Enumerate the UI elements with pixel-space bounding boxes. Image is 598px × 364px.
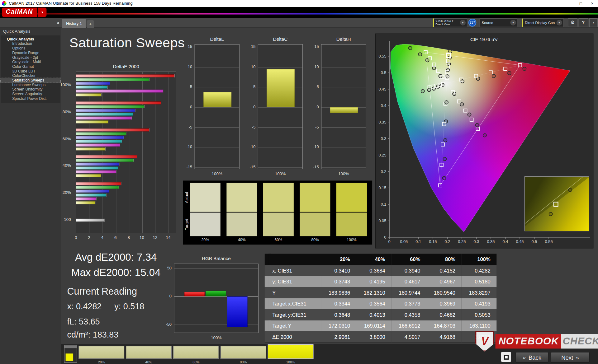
svg-text:0.15: 0.15: [378, 185, 386, 190]
sidebar-item-spectral-power-dist-[interactable]: Spectral Power Dist.: [1, 96, 60, 101]
patch-swatch-100%[interactable]: [268, 344, 314, 359]
sidebar-item-options[interactable]: Options: [1, 46, 60, 51]
table-row: ΔE 20002.90613.80004.50174.91683.8218: [265, 331, 496, 343]
sidebar-root-item[interactable]: Quick Analysis: [1, 37, 60, 42]
svg-text:0.05: 0.05: [400, 239, 408, 244]
patch-window-preview[interactable]: [64, 345, 77, 362]
gridline: [321, 127, 366, 127]
deltal-chart: DeltaL 100% 151050-5-10-15: [181, 37, 241, 179]
patch-swatch-label: 20%: [78, 360, 124, 364]
next-button[interactable]: Next »: [551, 352, 590, 362]
row-label: Target Y: [268, 320, 321, 332]
patch-swatch-40%[interactable]: [126, 346, 172, 359]
100%-bar: [330, 107, 358, 113]
new-tab-button[interactable]: +: [87, 20, 94, 28]
rainbow-gradient-strip: [0, 13, 598, 15]
deltae-bar-cyan: [76, 194, 107, 197]
deltae-bar-green: [76, 132, 126, 135]
patch-swatch-80%[interactable]: [221, 346, 266, 359]
deltac-chart: DeltaC 100% 151050-5-10-15: [244, 37, 304, 179]
y-tick-label: -50: [160, 322, 172, 327]
deltae-bar-yellow: [76, 93, 101, 96]
deltae-bar-red: [76, 155, 137, 158]
deltae-bar-green: [76, 78, 150, 81]
patch-swatch-label: 40%: [126, 360, 172, 364]
patch-column-label: 20%: [190, 238, 221, 242]
chevron-down-icon[interactable]: ▼: [510, 20, 516, 26]
target-swatch: [190, 212, 221, 236]
table-value: 0.3410: [321, 265, 356, 276]
sidebar-item-luminance-sweeps[interactable]: Luminance Sweeps: [1, 83, 60, 87]
sidebar-item-screen-angularity[interactable]: Screen Angularity: [1, 92, 60, 96]
sidebar-item-saturation-sweeps[interactable]: Saturation Sweeps: [1, 78, 60, 83]
sidebar-item-screen-uniformity[interactable]: Screen Uniformity: [1, 87, 60, 92]
back-button[interactable]: « Back: [516, 352, 548, 362]
sidebar-item-colorchecker[interactable]: ColorChecker: [1, 73, 60, 78]
svg-text:0.4: 0.4: [381, 103, 387, 108]
rgb-balance-plot: [174, 264, 259, 333]
y-tick-label: 5: [244, 84, 256, 89]
current-patch-swatch: [66, 353, 73, 361]
calman-logo[interactable]: CalMAN ▼: [2, 7, 46, 16]
table-value: 0.3564: [356, 298, 392, 310]
y-tick-label: 0: [307, 105, 319, 109]
table-header-row: 20%40%60%80%100%: [265, 254, 496, 265]
sidebar-item-grayscale-multi[interactable]: Grayscale - Multi: [1, 60, 60, 64]
deltae-group-100: [76, 207, 176, 233]
tab-history-1[interactable]: History 1: [62, 19, 86, 28]
settings-gear-button[interactable]: ⚙: [568, 18, 577, 27]
table-value: 0.3969: [426, 298, 462, 310]
y-tick-label: 0: [160, 294, 172, 298]
sidebar-item-color-gamut[interactable]: Color Gamut: [1, 64, 60, 69]
workflow-sidebar: Quick Analysis Quick AnalysisIntroductio…: [0, 28, 61, 364]
display-control-dropdown[interactable]: Direct Display Control ▼: [522, 18, 564, 27]
patch-swatch-60%[interactable]: [173, 346, 219, 359]
deltal-chart-title: DeltaL: [194, 37, 239, 42]
close-button[interactable]: ×: [586, 0, 598, 7]
app-header: CalMAN ▼: [0, 7, 598, 18]
current-fl-value: fL: 53.65: [67, 317, 100, 327]
patch-swatch-20%[interactable]: [78, 346, 124, 359]
sidebar-item-introduction[interactable]: Introduction: [1, 41, 60, 46]
100%-bar: [203, 92, 232, 107]
patch-column-label: 80%: [300, 238, 330, 242]
expand-panel-button[interactable]: ›: [589, 18, 598, 27]
gridline: [195, 47, 239, 47]
sidebar-item-grayscale-2pt[interactable]: Grayscale - 2pt: [1, 55, 60, 60]
cie-zoom-inset: [524, 176, 589, 231]
table-header-60%: 60%: [391, 254, 426, 265]
deltae-bar-red: [76, 182, 121, 185]
help-button[interactable]: ?: [579, 18, 588, 27]
meter-dropdown[interactable]: X-Rite i1Pro 2 Direct View ▼: [433, 18, 467, 27]
sidebar-item-dynamic-range[interactable]: Dynamic Range: [1, 51, 60, 55]
source-label: Source: [480, 21, 509, 25]
sidebar-collapse-button[interactable]: ◀: [54, 19, 61, 26]
deltae-group-20%: [76, 180, 176, 207]
deltah-chart-title: DeltaH: [321, 37, 366, 42]
svg-text:0.5: 0.5: [381, 70, 387, 75]
source-dropdown[interactable]: Source ▼: [479, 18, 517, 27]
deltae-bar-green: [76, 159, 134, 162]
stop-measure-button[interactable]: [501, 352, 511, 362]
deltah-chart-xlabel: 100%: [321, 171, 366, 176]
minimize-button[interactable]: –: [564, 0, 575, 7]
table-value: 0.4282: [462, 265, 497, 276]
table-header-80%: 80%: [426, 254, 462, 265]
gridline: [195, 67, 239, 67]
calman-logo-text[interactable]: CalMAN: [2, 7, 37, 16]
maximize-button[interactable]: □: [575, 0, 587, 7]
measurement-count-badge[interactable]: 237: [468, 19, 477, 27]
target-swatch: [336, 212, 367, 236]
deltah-chart-plot: [321, 44, 366, 169]
gridline: [258, 67, 302, 67]
table-value: 0.3684: [356, 265, 392, 276]
sidebar-item-3d-cube-lut[interactable]: 3D Cube LUT: [1, 69, 60, 74]
chevron-down-icon[interactable]: ▼: [557, 20, 562, 26]
y-tick-label: 5: [307, 84, 319, 89]
table-value: 180.9540: [426, 287, 462, 298]
logo-menu-arrow-icon[interactable]: ▼: [38, 7, 47, 16]
row-label: x: CIE31: [268, 265, 321, 276]
next-chevron-icon: »: [576, 354, 579, 361]
table-value: 2.9061: [321, 331, 356, 343]
chevron-down-icon[interactable]: ▼: [460, 20, 466, 26]
